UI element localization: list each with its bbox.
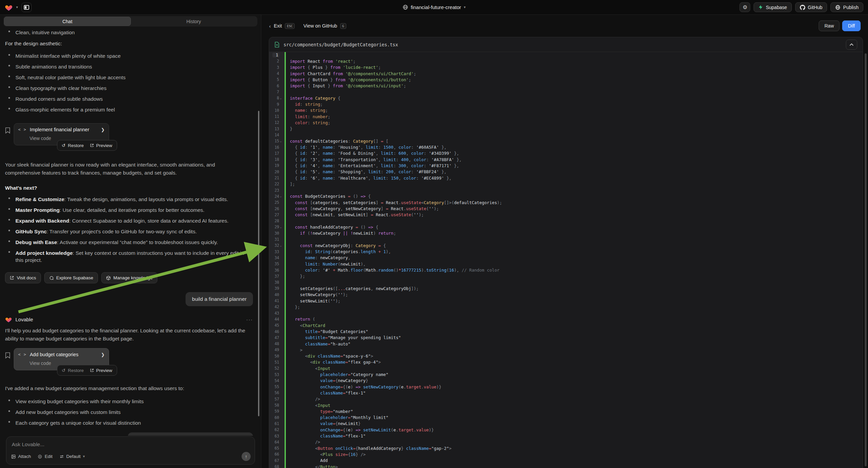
code-line[interactable]: 16 { id: '1', name: 'Housing', limit: 15… [269,144,863,150]
code-line[interactable]: 51 <div className="flex gap-4"> [269,359,863,365]
code-line[interactable]: 52 <Input [269,365,863,371]
code-line[interactable]: 43 [269,310,863,316]
code-line[interactable]: 59 type="number" [269,408,863,414]
code-line[interactable]: 47 subtitle="Manage your spending limits… [269,335,863,341]
code-line[interactable]: 61 value={newLimit} [269,421,863,427]
code-line[interactable]: 11 limit: number; [269,114,863,119]
code-line[interactable]: 15⌄const defaultCategories: Category[] =… [269,138,863,144]
code-editor-body[interactable]: 12import React from 'react';3import { Pl… [269,52,863,468]
code-line[interactable]: 66 <Plus size={16} /> [269,451,863,457]
code-line[interactable]: 40 setNewCategory(''); [269,292,863,298]
code-line[interactable]: 6import { Input } from '@/components/ui/… [269,83,863,89]
version-card-add-budget-categories[interactable]: < > Add budget categories ❯ View code ↺R… [14,348,109,370]
code-line[interactable]: 20 { id: '5', name: 'Shopping', limit: 2… [269,169,863,175]
code-line[interactable]: 50 <div className="space-y-6"> [269,353,863,359]
publish-button[interactable]: Publish [830,2,863,12]
code-line[interactable]: 38 [269,279,863,285]
code-line[interactable]: 58 <Input [269,402,863,408]
code-line[interactable]: 17 { id: '2', name: 'Food & Dining', lim… [269,150,863,156]
version-card-implement-financial-planner[interactable]: < > Implement financial planner ❯ View c… [14,123,109,145]
code-line[interactable]: 12 color: string; [269,119,863,125]
code-line[interactable]: 33 id: String(categories.length + 1), [269,249,863,255]
code-line[interactable]: 39 setCategories([...categories, newCate… [269,285,863,291]
code-line[interactable]: 35 limit: Number(newLimit), [269,261,863,267]
code-line[interactable]: 56 className="flex-1" [269,390,863,396]
supabase-button[interactable]: Supabase [753,2,792,12]
bookmark-icon[interactable] [5,127,10,134]
code-line[interactable]: 57 /> [269,396,863,402]
sidebar-toggle-button[interactable] [22,3,32,12]
chat-composer[interactable]: Ask Lovable... Attach Edit Default ▾ ↑ [6,436,255,465]
file-path-bar[interactable]: src/components/budget/BudgetCategories.t… [269,37,863,52]
bookmark-icon[interactable] [5,352,10,358]
code-line[interactable]: 32⌄ const newCategoryObj: Category = { [269,242,863,248]
settings-button[interactable]: ⚙ [740,2,750,12]
code-line[interactable]: 55 onChange={(e) => setNewCategory(e.tar… [269,384,863,390]
send-button[interactable]: ↑ [242,452,251,461]
code-line[interactable]: 65 <Button onClick={handleAddCategory} c… [269,445,863,451]
code-line[interactable]: 19 { id: '4', name: 'Entertainment', lim… [269,163,863,169]
raw-toggle-button[interactable]: Raw [819,21,839,31]
code-line[interactable]: 23 [269,187,863,194]
code-line[interactable]: 63 className="flex-1" [269,433,863,439]
explore-supabase-button[interactable]: Explore Supabase [44,272,98,283]
tab-history[interactable]: History [131,17,257,26]
code-line[interactable]: 53 placeholder="Category name" [269,371,863,377]
code-line[interactable]: 45 <ChartCard [269,322,863,328]
code-line[interactable]: 28 [269,218,863,224]
code-line[interactable]: 36 color: '#' + Math.floor(Math.random()… [269,267,863,273]
visit-docs-button[interactable]: Visit docs [5,272,41,283]
code-line[interactable]: 5import { Button } from '@/components/ui… [269,77,863,83]
code-line[interactable]: 30 if (!newCategory || !newLimit) return… [269,230,863,236]
code-line[interactable]: 46 title="Budget Categories" [269,328,863,334]
code-line[interactable]: 49 > [269,347,863,353]
code-line[interactable]: 29⌄ const handleAddCategory = () => { [269,224,863,230]
project-switcher[interactable]: financial-future-creator ▾ [402,4,466,10]
code-line[interactable]: 34 name: newCategory, [269,255,863,261]
preview-button[interactable]: Preview [90,143,113,148]
preview-button[interactable]: Preview [90,368,113,373]
edit-mode-button[interactable]: Edit [38,454,52,459]
composer-placeholder[interactable]: Ask Lovable... [12,441,249,447]
code-line[interactable]: 60 placeholder="Monthly limit" [269,415,863,421]
exit-button[interactable]: ‹ Exit ESC [269,23,294,29]
code-line[interactable]: 25 const [categories, setCategories] = R… [269,199,863,205]
code-line[interactable]: 68 </Button> [269,464,863,468]
code-line[interactable]: 10 name: string; [269,108,863,114]
message-menu-button[interactable]: ··· [246,317,253,322]
code-line[interactable]: 14 [269,132,863,138]
manage-knowledge-button[interactable]: Manage knowledge [101,272,157,283]
code-line[interactable]: 7 [269,89,863,95]
code-line[interactable]: 21 { id: '6', name: 'Healthcare', limit:… [269,175,863,181]
code-line[interactable]: 9 id: string; [269,101,863,107]
code-line[interactable]: 54 value={newCategory} [269,378,863,384]
code-line[interactable]: 27 const [newLimit, setNewLimit] = React… [269,212,863,218]
collapse-file-button[interactable] [846,39,857,50]
code-line[interactable]: 1 [269,52,863,58]
code-line[interactable]: 31 [269,236,863,242]
tab-chat[interactable]: Chat [4,17,131,26]
code-line[interactable]: 48 className="h-auto" [269,341,863,347]
code-line[interactable]: 41 setNewLimit(''); [269,298,863,304]
code-line[interactable]: 44 return ( [269,316,863,322]
code-line[interactable]: 4import ChartCard from '@/components/ui/… [269,70,863,77]
code-line[interactable]: 2import React from 'react'; [269,58,863,64]
lovable-logo-heart-icon[interactable] [5,4,13,11]
model-selector[interactable]: Default ▾ [59,454,85,459]
github-button[interactable]: GitHub [795,2,828,12]
code-scrollbar[interactable] [865,53,867,466]
code-line[interactable]: 8⌄interface Category { [269,95,863,101]
code-line[interactable]: 67 Add [269,458,863,464]
code-line[interactable]: 18 { id: '3', name: 'Transportation', li… [269,156,863,163]
code-line[interactable]: 62 onChange={(e) => setNewLimit(e.target… [269,427,863,433]
diff-toggle-button[interactable]: Diff [842,21,861,31]
restore-button[interactable]: ↺Restore [62,143,84,148]
code-line[interactable]: 3import { Plus } from 'lucide-react'; [269,64,863,70]
attach-button[interactable]: Attach [11,454,31,459]
logo-chevron-down-icon[interactable]: ▾ [16,5,18,9]
code-line[interactable]: 37 }; [269,273,863,279]
code-line[interactable]: 24⌄const BudgetCategories = () => { [269,194,863,199]
chat-scrollbar[interactable] [258,111,259,416]
code-line[interactable]: 13} [269,126,863,132]
code-line[interactable]: 26 const [newCategory, setNewCategory] =… [269,205,863,211]
